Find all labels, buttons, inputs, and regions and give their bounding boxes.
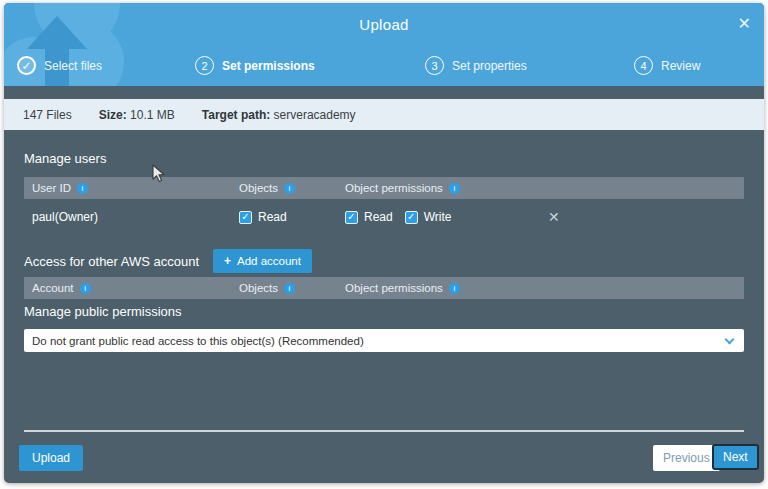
column-label: Objects — [239, 282, 278, 294]
close-icon[interactable]: ✕ — [738, 16, 751, 32]
info-icon[interactable]: i — [449, 283, 460, 294]
previous-button[interactable]: Previous — [653, 445, 720, 471]
step-number: 4 — [634, 56, 653, 75]
step-number: 2 — [195, 56, 214, 75]
step-set-properties: 3 Set properties — [425, 56, 527, 75]
size-label: Size: — [99, 108, 127, 122]
column-object-permissions: Object permissions i — [337, 182, 744, 194]
public-permissions-heading: Manage public permissions — [24, 304, 182, 319]
column-objects: Objects i — [231, 182, 337, 194]
column-objects: Objects i — [231, 282, 337, 294]
upload-dialog: Upload ✕ ✓ Select files 2 Set permission… — [4, 3, 764, 483]
object-permissions-group: ✓ Read ✓ Write — [337, 210, 744, 224]
column-label: User ID — [32, 182, 71, 194]
dialog-header: Upload ✕ ✓ Select files 2 Set permission… — [4, 3, 764, 86]
checkbox-label: Read — [364, 210, 393, 224]
footer-divider — [24, 430, 744, 432]
column-object-permissions: Object permissions i — [337, 282, 744, 294]
info-icon[interactable]: i — [284, 283, 295, 294]
info-icon[interactable]: i — [449, 183, 460, 194]
target-path-label: Target path: — [202, 108, 270, 122]
file-info-bar: 147 Files Size: 10.1 MB Target path: ser… — [4, 99, 764, 130]
info-icon[interactable]: i — [77, 183, 88, 194]
dialog-title: Upload — [4, 16, 764, 33]
target-path-value: serveracademy — [274, 108, 356, 122]
file-size: Size: 10.1 MB — [99, 108, 175, 122]
upload-button[interactable]: Upload — [19, 445, 83, 471]
step-label: Set permissions — [222, 59, 315, 73]
column-account: Account i — [24, 282, 231, 294]
step-set-permissions: 2 Set permissions — [195, 56, 315, 75]
accounts-table-header: Account i Objects i Object permissions i — [24, 277, 744, 299]
objects-read-group: ✓ Read — [231, 210, 337, 224]
add-account-button[interactable]: + Add account — [213, 249, 312, 273]
chevron-down-icon — [725, 335, 735, 345]
info-icon[interactable]: i — [284, 183, 295, 194]
step-label: Review — [661, 59, 700, 73]
step-complete-check-icon: ✓ — [17, 56, 36, 75]
dropdown-selected-value: Do not grant public read access to this … — [32, 335, 364, 347]
column-user-id: User ID i — [24, 182, 231, 194]
column-label: Object permissions — [345, 282, 443, 294]
column-label: Object permissions — [345, 182, 443, 194]
user-id-value: paul(Owner) — [24, 210, 231, 224]
add-account-label: Add account — [237, 255, 301, 267]
checkbox-label: Read — [258, 210, 287, 224]
step-review: 4 Review — [634, 56, 700, 75]
user-permission-row: paul(Owner) ✓ Read ✓ Read ✓ Write ✕ — [24, 203, 744, 231]
size-value: 10.1 MB — [130, 108, 175, 122]
objects-read-checkbox[interactable]: ✓ — [239, 211, 252, 224]
remove-row-icon[interactable]: ✕ — [548, 209, 560, 225]
file-count: 147 Files — [23, 108, 72, 122]
plus-icon: + — [224, 254, 231, 268]
info-icon[interactable]: i — [80, 283, 91, 294]
public-access-dropdown[interactable]: Do not grant public read access to this … — [24, 329, 744, 352]
other-accounts-heading: Access for other AWS account — [24, 254, 199, 269]
mouse-cursor-icon — [152, 164, 166, 184]
step-select-files: ✓ Select files — [17, 56, 102, 75]
manage-users-heading: Manage users — [24, 151, 106, 166]
step-label: Select files — [44, 59, 102, 73]
step-number: 3 — [425, 56, 444, 75]
perm-read-checkbox[interactable]: ✓ — [345, 211, 358, 224]
next-button[interactable]: Next — [712, 444, 759, 470]
users-table-header: User ID i Objects i Object permissions i — [24, 177, 744, 199]
column-label: Objects — [239, 182, 278, 194]
perm-write-checkbox[interactable]: ✓ — [405, 211, 418, 224]
checkbox-label: Write — [424, 210, 452, 224]
step-label: Set properties — [452, 59, 527, 73]
target-path: Target path: serveracademy — [202, 108, 356, 122]
perm-write-group: ✓ Write — [405, 210, 452, 224]
perm-read-group: ✓ Read — [337, 210, 393, 224]
column-label: Account — [32, 282, 74, 294]
